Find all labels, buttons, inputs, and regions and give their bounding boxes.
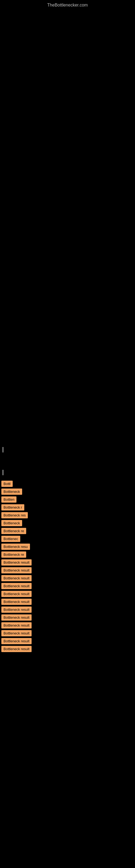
list-item[interactable]: Bottleneck result [1,591,134,597]
list-item[interactable]: Bottleneck re [1,528,134,534]
bottleneck-badge: Bottleneck [1,489,22,495]
items-container: Bottl Bottleneck Bottlen Bottleneck r Bo… [0,10,135,652]
list-item[interactable]: Bottleneck [1,489,134,495]
bottleneck-badge: Bottleneck result [1,646,32,652]
bottleneck-badge: Bottleneck result [1,599,32,605]
list-item[interactable]: Bottl [1,480,134,487]
list-item[interactable]: Bottleneck result [1,559,134,565]
bottleneck-badge: Bottleneck result [1,591,32,597]
bottleneck-badge: Bottleneck resu [1,544,30,550]
list-item[interactable]: Bottleneck result [1,614,134,621]
list-item[interactable]: Bottlenec [1,536,134,542]
list-item[interactable]: Bottleneck result [1,638,134,644]
bottleneck-badge: Bottlenec [1,536,20,542]
header: TheBottlenecker.com [0,0,135,10]
bottleneck-badge: Bottleneck result [1,567,32,574]
site-title: TheBottlenecker.com [0,0,135,10]
bottleneck-badge: Bottleneck result [1,638,32,644]
bottleneck-badge: Bottleneck [1,520,22,526]
bottleneck-badge: Bottleneck re [1,528,26,534]
list-item[interactable]: Bottleneck result [1,630,134,637]
page-wrapper: TheBottlenecker.com Bottl Bottleneck Bot… [0,0,135,652]
bottleneck-badge: Bottleneck res [1,512,28,518]
bottleneck-badge: Bottleneck result [1,559,32,565]
list-item[interactable]: Bottleneck [1,520,134,526]
list-item[interactable]: Bottleneck result [1,567,134,574]
bottleneck-badge: Bottleneck result [1,575,32,581]
bottleneck-badge: Bottleneck result [1,614,32,621]
list-item[interactable]: Bottleneck res [1,512,134,518]
bottleneck-badge: Bottleneck result [1,630,32,637]
list-item[interactable]: Bottleneck r [1,504,134,510]
bottleneck-badge: Bottl [1,480,13,487]
cursor-2 [3,470,3,475]
list-item[interactable]: Bottleneck result [1,599,134,605]
cursor-area-1 [0,444,135,456]
bottleneck-badge: Bottleneck result [1,607,32,613]
bottleneck-badge: Bottlen [1,496,16,503]
bottleneck-badge: Bottleneck result [1,583,32,589]
list-item[interactable]: Bottleneck result [1,622,134,628]
list-item[interactable]: Bottleneck resu [1,544,134,550]
list-item[interactable]: Bottleneck re [1,552,134,558]
bottleneck-badge: Bottleneck result [1,622,32,628]
cursor-1 [3,447,3,453]
bottleneck-badge: Bottleneck re [1,552,26,558]
list-item[interactable]: Bottleneck result [1,575,134,581]
list-item[interactable]: Bottleneck result [1,583,134,589]
bottleneck-badge: Bottleneck r [1,504,24,510]
cursor-area-2 [0,467,135,479]
list-item[interactable]: Bottleneck result [1,607,134,613]
list-item[interactable]: Bottleneck result [1,646,134,652]
list-item[interactable]: Bottlen [1,496,134,503]
